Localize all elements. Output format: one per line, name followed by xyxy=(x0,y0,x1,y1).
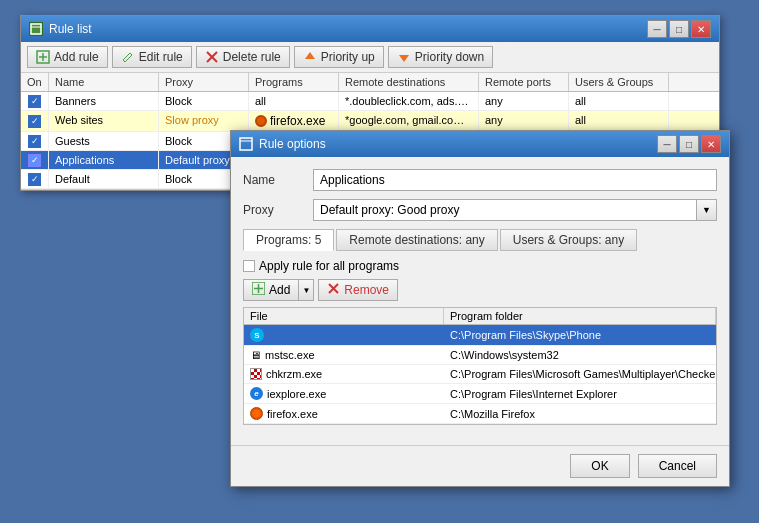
cancel-button[interactable]: Cancel xyxy=(638,454,717,478)
row-check[interactable]: ✓ xyxy=(21,132,49,150)
edit-rule-button[interactable]: Edit rule xyxy=(112,46,192,68)
prog-col-file: File xyxy=(244,308,444,324)
checkers-icon xyxy=(250,368,262,380)
name-label: Name xyxy=(243,173,313,187)
proxy-label: Proxy xyxy=(243,203,313,217)
delete-rule-button[interactable]: Delete rule xyxy=(196,46,290,68)
delete-rule-label: Delete rule xyxy=(223,50,281,64)
maximize-button[interactable]: □ xyxy=(669,20,689,38)
dialog-body: Name Proxy ▼ Programs: 5 Remote destinat… xyxy=(231,157,729,445)
row-name: Applications xyxy=(49,151,159,169)
row-remote-dest: *.doubleclick.com, ads.d... xyxy=(339,92,479,110)
priority-up-button[interactable]: Priority up xyxy=(294,46,384,68)
table-header: On Name Proxy Programs Remote destinatio… xyxy=(21,73,719,92)
add-button-group: Add ▼ xyxy=(243,279,314,301)
prog-folder: C:\Mozilla Firefox xyxy=(444,404,716,423)
table-row[interactable]: ✓ Web sites Slow proxy firefox.exe *goog… xyxy=(21,111,719,132)
rule-options-dialog: Rule options ─ □ ✕ Name Proxy ▼ Programs… xyxy=(230,130,730,487)
program-row[interactable]: S C:\Program Files\Skype\Phone xyxy=(244,325,716,346)
row-check[interactable]: ✓ xyxy=(21,151,49,169)
prog-file: chkrzm.exe xyxy=(244,365,444,383)
tab-remote-destinations[interactable]: Remote destinations: any xyxy=(336,229,497,251)
row-check[interactable]: ✓ xyxy=(21,92,49,110)
proxy-select[interactable] xyxy=(313,199,697,221)
dialog-close-button[interactable]: ✕ xyxy=(701,135,721,153)
remove-icon xyxy=(327,282,340,298)
table-row[interactable]: ✓ Banners Block all *.doubleclick.com, a… xyxy=(21,92,719,111)
programs-section: File Running program File Program folder xyxy=(243,307,717,425)
svg-line-5 xyxy=(128,53,130,55)
add-label: Add xyxy=(269,283,290,297)
proxy-select-wrap: ▼ xyxy=(313,199,717,221)
svg-marker-9 xyxy=(399,55,409,62)
prog-folder: C:\Program Files\Microsoft Games\Multipl… xyxy=(444,365,716,383)
minimize-button[interactable]: ─ xyxy=(647,20,667,38)
dialog-maximize-button[interactable]: □ xyxy=(679,135,699,153)
tab-programs[interactable]: Programs: 5 xyxy=(243,229,334,251)
checkbox[interactable]: ✓ xyxy=(28,115,41,128)
row-name: Guests xyxy=(49,132,159,150)
row-check[interactable]: ✓ xyxy=(21,170,49,188)
apply-all-label[interactable]: Apply rule for all programs xyxy=(243,259,399,273)
dialog-footer: OK Cancel xyxy=(231,445,729,486)
row-remote-ports: any xyxy=(479,111,569,131)
prog-col-folder: Program folder xyxy=(444,308,716,324)
remove-button[interactable]: Remove xyxy=(318,279,398,301)
dialog-title-left: Rule options xyxy=(239,137,326,151)
row-name: Default xyxy=(49,170,159,188)
add-button[interactable]: Add xyxy=(243,279,298,301)
program-row[interactable]: 🖥 mstsc.exe C:\Windows\system32 xyxy=(244,346,716,365)
priority-down-button[interactable]: Priority down xyxy=(388,46,493,68)
skype-icon: S xyxy=(250,328,264,342)
program-row[interactable]: firefox.exe C:\Mozilla Firefox xyxy=(244,404,716,424)
priority-down-label: Priority down xyxy=(415,50,484,64)
edit-rule-label: Edit rule xyxy=(139,50,183,64)
col-users-groups: Users & Groups xyxy=(569,73,669,91)
main-title: Rule list xyxy=(49,22,92,36)
proxy-dropdown-button[interactable]: ▼ xyxy=(697,199,717,221)
prog-file: 🖥 mstsc.exe xyxy=(244,346,444,364)
svg-marker-8 xyxy=(305,52,315,59)
dialog-title: Rule options xyxy=(259,137,326,151)
tab-users-groups[interactable]: Users & Groups: any xyxy=(500,229,637,251)
row-programs: firefox.exe xyxy=(249,111,339,131)
priority-up-label: Priority up xyxy=(321,50,375,64)
main-toolbar: Add rule Edit rule Delete rule Priority … xyxy=(21,42,719,73)
edit-icon xyxy=(121,50,135,64)
row-programs: all xyxy=(249,92,339,110)
apply-all-row: Apply rule for all programs xyxy=(243,259,717,273)
col-proxy: Proxy xyxy=(159,73,249,91)
title-bar-left: Rule list xyxy=(29,22,92,36)
dialog-icon xyxy=(239,137,253,151)
program-row[interactable]: e iexplore.exe C:\Program Files\Internet… xyxy=(244,384,716,404)
priority-up-icon xyxy=(303,50,317,64)
checkbox[interactable]: ✓ xyxy=(28,135,41,148)
prog-file: e iexplore.exe xyxy=(244,384,444,403)
main-title-controls: ─ □ ✕ xyxy=(647,20,711,38)
add-dropdown-arrow[interactable]: ▼ xyxy=(298,279,314,301)
add-rule-button[interactable]: Add rule xyxy=(27,46,108,68)
row-remote-ports: any xyxy=(479,92,569,110)
program-row[interactable]: chkrzm.exe C:\Program Files\Microsoft Ga… xyxy=(244,365,716,384)
row-users: all xyxy=(569,92,669,110)
col-remote-ports: Remote ports xyxy=(479,73,569,91)
monitor-icon: 🖥 xyxy=(250,349,261,361)
ok-button[interactable]: OK xyxy=(570,454,629,478)
row-check[interactable]: ✓ xyxy=(21,111,49,131)
name-input[interactable] xyxy=(313,169,717,191)
apply-all-checkbox[interactable] xyxy=(243,260,255,272)
ie-icon: e xyxy=(250,387,263,400)
checkbox[interactable]: ✓ xyxy=(28,95,41,108)
row-name: Web sites xyxy=(49,111,159,131)
prog-file: S xyxy=(244,325,444,345)
close-button[interactable]: ✕ xyxy=(691,20,711,38)
remove-label: Remove xyxy=(344,283,389,297)
add-remove-bar: Add ▼ Remove xyxy=(243,279,717,301)
checkbox[interactable]: ✓ xyxy=(28,173,41,186)
col-name: Name xyxy=(49,73,159,91)
dialog-title-bar: Rule options ─ □ ✕ xyxy=(231,131,729,157)
add-icon xyxy=(252,282,265,298)
checkbox[interactable]: ✓ xyxy=(28,154,41,167)
dialog-minimize-button[interactable]: ─ xyxy=(657,135,677,153)
main-window-icon xyxy=(29,22,43,36)
